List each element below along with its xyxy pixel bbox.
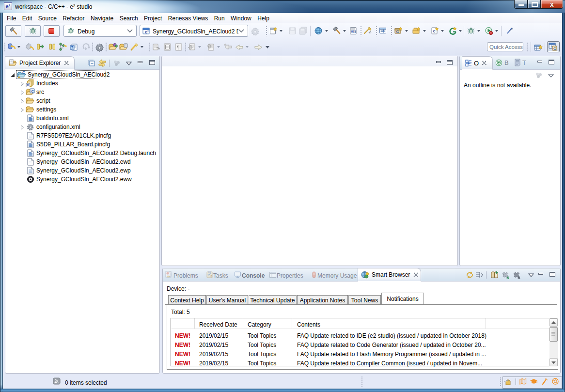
svg-text:x: x: [147, 29, 149, 32]
svg-text:010: 010: [351, 30, 356, 33]
svg-text:!: !: [168, 275, 168, 278]
svg-text:¶: ¶: [177, 44, 179, 50]
svg-text:c: c: [433, 29, 436, 33]
svg-text:h: h: [27, 83, 29, 87]
svg-text:C: C: [396, 30, 399, 34]
svg-text:C: C: [31, 89, 34, 94]
svg-text:C: C: [553, 47, 556, 51]
